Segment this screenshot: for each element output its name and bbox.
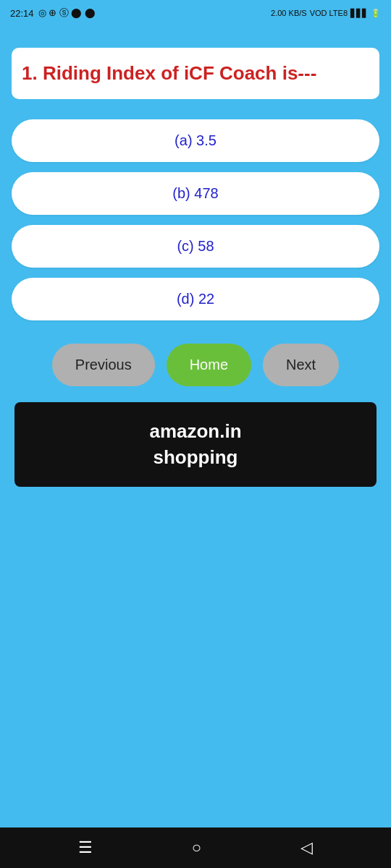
bottom-nav: ☰ ○ ◁ [0, 827, 391, 868]
options-container: (a) 3.5 (b) 478 (c) 58 (d) 22 [12, 119, 379, 320]
menu-icon[interactable]: ☰ [78, 838, 93, 857]
option-a[interactable]: (a) 3.5 [12, 119, 379, 162]
option-c[interactable]: (c) 58 [12, 225, 379, 268]
signal-icon: ▋▋▋ [350, 9, 368, 18]
ad-line2: shopping [29, 444, 362, 470]
next-button[interactable]: Next [263, 344, 339, 386]
previous-button[interactable]: Previous [52, 344, 155, 386]
home-button[interactable]: Home [167, 344, 251, 386]
carrier-label: VOD LTE8 [310, 9, 348, 17]
notification-icons: ◎ ⊕ ⓢ ⬤ ⬤ [38, 7, 96, 20]
question-text: 1. Riding Index of iCF Coach is--- [22, 61, 369, 86]
battery-icon: 🔋 [371, 9, 381, 18]
question-box: 1. Riding Index of iCF Coach is--- [12, 48, 379, 99]
nav-buttons: Previous Home Next [12, 344, 379, 386]
status-bar: 22:14 ◎ ⊕ ⓢ ⬤ ⬤ 2.00 KB/S VOD LTE8 ▋▋▋ 🔋 [0, 0, 391, 26]
back-icon[interactable]: ◁ [300, 838, 313, 857]
ad-banner[interactable]: amazon.in shopping [14, 402, 377, 487]
ad-line1: amazon.in [29, 418, 362, 444]
time-display: 22:14 [10, 8, 34, 19]
home-nav-icon[interactable]: ○ [192, 838, 201, 857]
option-d[interactable]: (d) 22 [12, 278, 379, 320]
main-content: 1. Riding Index of iCF Coach is--- (a) 3… [0, 26, 391, 827]
option-b[interactable]: (b) 478 [12, 172, 379, 215]
network-speed: 2.00 KB/S [271, 9, 307, 17]
